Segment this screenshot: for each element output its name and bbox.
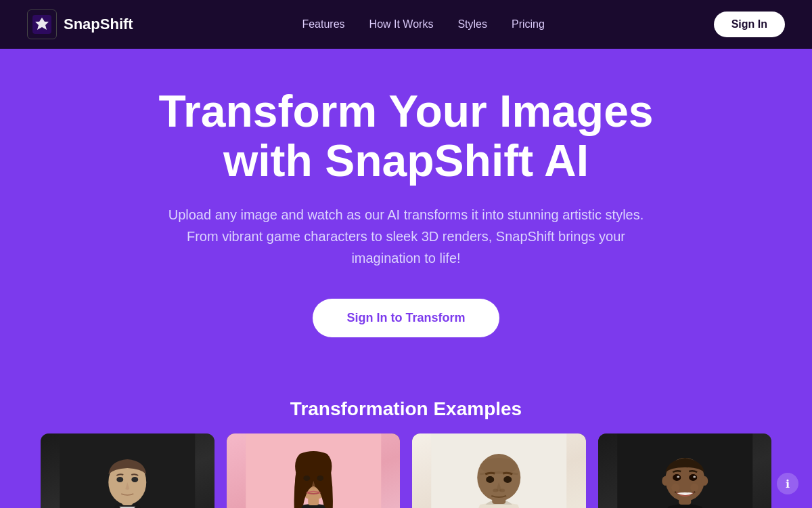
svg-point-4 <box>116 477 123 482</box>
svg-point-15 <box>486 476 494 483</box>
styles-link[interactable]: Styles <box>457 18 487 30</box>
hero-section: Transform Your Images with SnapShift AI … <box>0 49 812 398</box>
nav-item-how-it-works[interactable]: How It Works <box>369 18 434 30</box>
example-card-1[interactable]: How to use <box>41 433 215 508</box>
examples-title: Transformation Examples <box>27 398 785 420</box>
nav-item-features[interactable]: Features <box>302 18 344 30</box>
svg-point-29 <box>693 476 696 478</box>
svg-point-16 <box>503 476 512 483</box>
logo-icon <box>27 9 57 39</box>
how-it-works-link[interactable]: How It Works <box>369 18 434 30</box>
navbar-signin-button[interactable]: Sign In <box>714 12 785 37</box>
svg-point-10 <box>317 475 323 481</box>
svg-point-28 <box>677 476 679 478</box>
examples-grid: How to use <box>27 433 785 508</box>
example-card-2[interactable]: How to use <box>227 433 401 508</box>
navbar: SnapShift Features How It Works Styles P… <box>0 0 812 49</box>
nav-links: Features How It Works Styles Pricing <box>302 18 544 30</box>
svg-point-25 <box>690 484 698 492</box>
pricing-link[interactable]: Pricing <box>512 18 545 30</box>
example-card-4[interactable]: How to use <box>598 433 772 508</box>
svg-point-26 <box>673 474 681 481</box>
svg-point-18 <box>499 489 505 492</box>
svg-point-22 <box>662 476 669 486</box>
examples-section: Transformation Examples <box>0 398 812 508</box>
logo-container: SnapShift <box>27 9 133 39</box>
svg-point-23 <box>701 476 708 486</box>
svg-point-27 <box>689 474 697 481</box>
example-card-3[interactable]: How to use <box>412 433 586 508</box>
svg-point-17 <box>493 489 498 492</box>
nav-item-styles[interactable]: Styles <box>457 18 487 30</box>
svg-point-24 <box>671 484 679 492</box>
svg-point-5 <box>131 477 138 482</box>
brand-name: SnapShift <box>64 16 133 33</box>
nav-item-pricing[interactable]: Pricing <box>512 18 545 30</box>
features-link[interactable]: Features <box>302 18 344 30</box>
svg-point-9 <box>303 475 310 481</box>
cta-button[interactable]: Sign In to Transform <box>313 299 499 337</box>
info-button[interactable]: ℹ <box>777 473 798 494</box>
hero-subtitle: Upload any image and watch as our AI tra… <box>162 204 650 269</box>
hero-title: Transform Your Images with SnapShift AI <box>135 87 677 185</box>
